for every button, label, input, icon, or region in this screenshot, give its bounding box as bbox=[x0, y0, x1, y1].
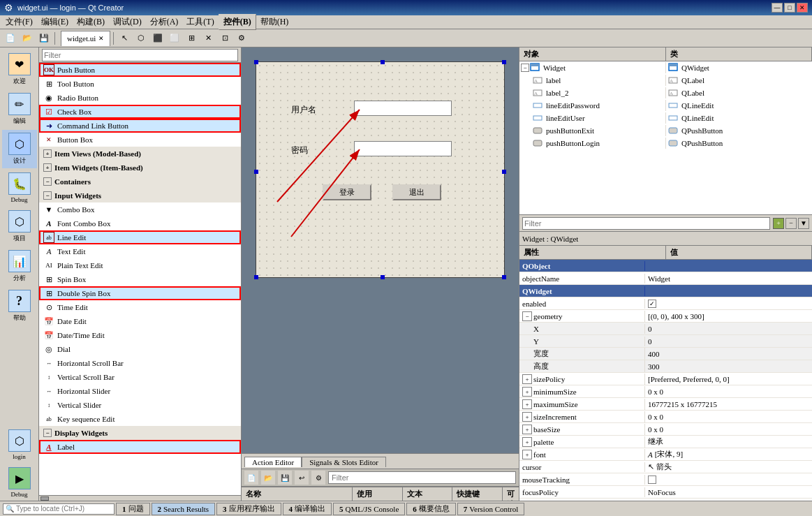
tab-signals-slots[interactable]: Signals & Slots Editor bbox=[302, 457, 386, 467]
prop-row-enabled[interactable]: enabled bbox=[519, 297, 812, 310]
prop-value-mousetracking[interactable] bbox=[645, 475, 812, 485]
prop-value-sizepolicy[interactable]: [Preferred, Preferred, 0, 0] bbox=[645, 374, 812, 384]
prop-row-x[interactable]: X 0 bbox=[519, 323, 812, 335]
prop-row-geometry[interactable]: − geometry [(0, 0), 400 x 300] bbox=[519, 310, 812, 323]
prop-value-focuspolicy[interactable]: NoFocus bbox=[645, 487, 812, 497]
menu-file[interactable]: 文件(F) bbox=[1, 15, 37, 29]
status-tab-qmlconsole[interactable]: 5 QML/JS Console bbox=[333, 503, 405, 515]
sidebar-item-edit[interactable]: ✏ 编辑 bbox=[2, 90, 37, 128]
prop-filter-remove[interactable]: − bbox=[785, 218, 797, 229]
prop-value-palette[interactable]: 继承 bbox=[645, 436, 812, 448]
property-filter-input[interactable] bbox=[522, 217, 770, 230]
prop-row-palette[interactable]: + palette 继承 bbox=[519, 436, 812, 448]
canvas-input-username[interactable] bbox=[354, 101, 452, 116]
sidebar-item-debug[interactable]: 🐛 Debug bbox=[2, 170, 37, 206]
toolbar-pointer[interactable]: ↖ bbox=[117, 31, 132, 46]
prop-value-font[interactable]: A[宋体, 9] bbox=[645, 448, 812, 460]
handle-mr[interactable] bbox=[502, 170, 506, 174]
sidebar-item-projects[interactable]: ⬡ 项目 bbox=[2, 207, 37, 246]
menu-tools[interactable]: 工具(T) bbox=[182, 15, 218, 29]
action-settings-btn[interactable]: ⚙ bbox=[311, 471, 325, 485]
locate-input[interactable] bbox=[16, 505, 114, 513]
action-save-btn[interactable]: 💾 bbox=[278, 471, 292, 485]
widget-group-containers[interactable]: − Containers bbox=[39, 175, 241, 189]
widget-item-key-sequence-edit[interactable]: ab Key sequence Edit bbox=[39, 412, 241, 426]
widget-item-push-button[interactable]: OK Push Button bbox=[39, 63, 241, 77]
canvas-wrapper[interactable]: 用户名 密码 登录 退出 bbox=[242, 47, 519, 453]
prop-value-width[interactable]: 400 bbox=[645, 349, 812, 359]
geometry-expand[interactable]: − bbox=[522, 311, 532, 321]
sizepolicy-expand[interactable]: + bbox=[522, 374, 532, 384]
tree-expand-widget[interactable]: − bbox=[521, 64, 529, 72]
handle-bm[interactable] bbox=[381, 275, 385, 279]
widget-item-vertical-scrollbar[interactable]: ↕ Vertical Scroll Bar bbox=[39, 370, 241, 384]
handle-br[interactable] bbox=[502, 275, 506, 279]
tree-row-btn-login[interactable]: pushButtonLogin QPushButton bbox=[519, 137, 812, 149]
group-expand-item-views[interactable]: + bbox=[43, 149, 52, 158]
prop-value-objectname[interactable]: Widget bbox=[645, 274, 812, 283]
handle-tm[interactable] bbox=[381, 60, 385, 64]
tree-row-lineedit-password[interactable]: lineEditPassword QLineEdit bbox=[519, 99, 812, 112]
handle-tr[interactable] bbox=[502, 60, 506, 64]
canvas-input-password[interactable] bbox=[354, 141, 452, 156]
prop-value-basesize[interactable]: 0 x 0 bbox=[645, 425, 812, 434]
widget-item-datetime-edit[interactable]: 📅 Date/Time Edit bbox=[39, 328, 241, 342]
prop-row-sizeincrement[interactable]: + sizeIncrement 0 x 0 bbox=[519, 411, 812, 423]
prop-value-y[interactable]: 0 bbox=[645, 337, 812, 346]
status-tab-summary[interactable]: 6 概要信息 bbox=[406, 503, 456, 515]
action-new-btn[interactable]: 📄 bbox=[244, 471, 258, 485]
sizeincrement-expand[interactable]: + bbox=[522, 412, 532, 422]
prop-value-sizeincrement[interactable]: 0 x 0 bbox=[645, 412, 812, 422]
sidebar-item-login[interactable]: ⬡ login bbox=[2, 427, 37, 463]
prop-filter-more[interactable]: ▼ bbox=[798, 218, 809, 229]
font-expand[interactable]: + bbox=[522, 450, 532, 459]
prop-value-height[interactable]: 300 bbox=[645, 362, 812, 371]
toolbar-vertical[interactable]: ⬜ bbox=[167, 31, 182, 46]
prop-row-maximumsize[interactable]: + maximumSize 16777215 x 16777215 bbox=[519, 398, 812, 411]
action-editor-filter[interactable] bbox=[328, 471, 516, 484]
widget-panel-scrollbar-bottom[interactable] bbox=[39, 495, 241, 501]
minimize-button[interactable]: — bbox=[772, 3, 783, 13]
widget-item-text-edit[interactable]: A Text Edit bbox=[39, 244, 241, 258]
widget-item-tool-button[interactable]: ⊞ Tool Button bbox=[39, 77, 241, 91]
maximumsize-expand[interactable]: + bbox=[522, 399, 532, 409]
group-expand-containers[interactable]: − bbox=[43, 177, 52, 186]
widget-item-vertical-slider[interactable]: ↕ Vertical Slider bbox=[39, 398, 241, 412]
canvas-tab-widget[interactable]: widget.ui ✕ bbox=[61, 31, 110, 46]
status-tab-compileout[interactable]: 4 编译输出 bbox=[283, 503, 332, 515]
sidebar-item-design[interactable]: ⬡ 设计 bbox=[2, 130, 37, 168]
toolbar-break[interactable]: ✕ bbox=[200, 31, 216, 46]
action-open-btn[interactable]: 📂 bbox=[261, 471, 275, 485]
tree-row-widget[interactable]: − Widget bbox=[519, 61, 812, 74]
sidebar-item-debug2[interactable]: ▶ Debug bbox=[2, 464, 37, 501]
widget-item-combo-box[interactable]: ▼ Combo Box bbox=[39, 202, 241, 216]
widget-item-time-edit[interactable]: ⊙ Time Edit bbox=[39, 300, 241, 314]
handle-tl[interactable] bbox=[254, 60, 258, 64]
prop-value-geometry[interactable]: [(0, 0), 400 x 300] bbox=[645, 311, 812, 321]
canvas-button-exit[interactable]: 退出 bbox=[392, 184, 441, 200]
toolbar-open[interactable]: 📂 bbox=[20, 31, 35, 46]
scrollbar-thumb-widget[interactable] bbox=[40, 496, 49, 501]
widget-item-line-edit[interactable]: ab Line Edit bbox=[39, 230, 241, 244]
status-tab-search[interactable]: 2 Search Results bbox=[152, 503, 216, 515]
canvas-tab-close[interactable]: ✕ bbox=[98, 35, 104, 42]
widget-item-radio-button[interactable]: ◉ Radio Button bbox=[39, 91, 241, 105]
prop-row-minimumsize[interactable]: + minimumSize 0 x 0 bbox=[519, 385, 812, 398]
tree-row-btn-exit[interactable]: pushButtonExit QPushButton bbox=[519, 124, 812, 137]
design-canvas[interactable]: 用户名 密码 登录 退出 bbox=[256, 61, 505, 278]
widget-item-spin-box[interactable]: ⊞ Spin Box bbox=[39, 272, 241, 286]
prop-value-enabled[interactable] bbox=[645, 299, 812, 309]
prop-value-x[interactable]: 0 bbox=[645, 324, 812, 334]
action-undo-btn[interactable]: ↩ bbox=[295, 471, 309, 485]
tree-row-label2[interactable]: A label_2 A QLabel bbox=[519, 87, 812, 99]
menu-edit[interactable]: 编辑(E) bbox=[37, 15, 73, 29]
prop-row-font[interactable]: + font A[宋体, 9] bbox=[519, 448, 812, 461]
restore-button[interactable]: □ bbox=[784, 3, 795, 13]
widget-group-item-widgets[interactable]: + Item Widgets (Item-Based) bbox=[39, 161, 241, 175]
prop-row-mousetracking[interactable]: mouseTracking bbox=[519, 473, 812, 486]
prop-row-basesize[interactable]: + baseSize 0 x 0 bbox=[519, 423, 812, 436]
prop-row-focuspolicy[interactable]: focusPolicy NoFocus bbox=[519, 486, 812, 499]
status-tab-appout[interactable]: 3 应用程序输出 bbox=[216, 503, 281, 515]
menu-analyze[interactable]: 分析(A) bbox=[146, 15, 183, 29]
canvas-button-login[interactable]: 登录 bbox=[323, 184, 371, 200]
